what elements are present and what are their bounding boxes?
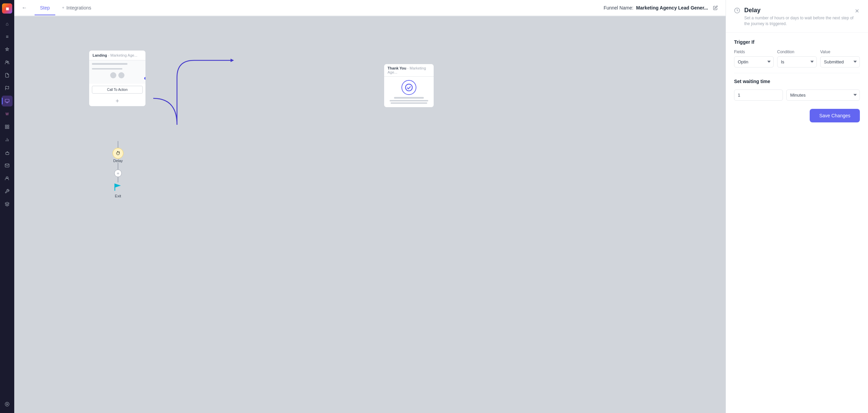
svg-point-20: [406, 84, 412, 91]
canvas: Landing - Marketing Age... Call To Actio…: [14, 16, 726, 413]
svg-rect-3: [5, 99, 9, 102]
sidebar-icon-monitor[interactable]: [2, 96, 13, 106]
trigger-if-label: Trigger If: [734, 39, 860, 45]
landing-node-title: Landing - Marketing Age...: [89, 51, 145, 60]
sidebar-icon-funnel[interactable]: ≡: [2, 31, 13, 42]
fields-select[interactable]: Optin Email Name: [734, 56, 774, 67]
panel-subtitle: Set a number of hours or days to wait be…: [744, 15, 854, 27]
funnel-name: Funnel Name: Marketing Agency Lead Gener…: [604, 3, 720, 13]
svg-point-1: [7, 61, 9, 63]
right-panel: Delay Set a number of hours or days to w…: [726, 0, 868, 413]
tab-integrations[interactable]: + Integrations: [57, 1, 97, 15]
fields-label: Fields: [734, 50, 774, 54]
trigger-form-grid: Fields Optin Email Name Condition Is Is …: [734, 50, 860, 67]
panel-title: Delay: [744, 7, 854, 14]
svg-marker-15: [5, 202, 9, 204]
value-column: Value Submitted Not Submitted Pending: [820, 50, 860, 67]
value-select[interactable]: Submitted Not Submitted Pending: [820, 56, 860, 67]
divider: [734, 73, 860, 73]
sidebar-icon-flag[interactable]: [2, 83, 13, 94]
topbar: ← Step + Integrations Funnel Name: Marke…: [14, 0, 726, 16]
sidebar-icon-person[interactable]: [2, 173, 13, 184]
value-label: Value: [820, 50, 860, 54]
add-step-button[interactable]: +: [89, 96, 145, 106]
waiting-time-row: Minutes Hours Days: [734, 90, 860, 101]
check-icon: [401, 80, 416, 95]
sidebar-icon-document[interactable]: [2, 70, 13, 81]
svg-point-0: [6, 61, 7, 62]
condition-column: Condition Is Is Not Contains: [777, 50, 817, 67]
landing-node: Landing - Marketing Age... Call To Actio…: [89, 50, 146, 106]
delay-section: ⏱ Delay + Exit: [113, 141, 123, 198]
sidebar-icon-play[interactable]: [2, 399, 13, 410]
svg-point-16: [5, 402, 9, 406]
condition-label: Condition: [777, 50, 817, 54]
clock-icon: [734, 7, 741, 14]
cta-button: Call To Action: [92, 86, 143, 94]
svg-rect-6: [5, 125, 7, 126]
svg-rect-9: [7, 127, 9, 129]
edit-funnel-name-button[interactable]: [711, 3, 720, 13]
panel-body: Trigger If Fields Optin Email Name Condi…: [726, 33, 868, 129]
sidebar-icon-puzzle[interactable]: [2, 147, 13, 158]
sidebar-icon-people[interactable]: [2, 57, 13, 68]
sidebar-icon-home[interactable]: ⌂: [2, 18, 13, 29]
thankyou-node-title: Thank You - Marketing Age...: [384, 64, 434, 77]
sidebar-icon-wrench[interactable]: [2, 186, 13, 197]
funnel-name-value: Marketing Agency Lead Gener...: [636, 5, 708, 11]
sidebar-icon-stats[interactable]: [2, 134, 13, 145]
delay-label: Delay: [113, 159, 123, 163]
delay-icon: ⏱: [113, 148, 123, 159]
waiting-time-input[interactable]: [734, 90, 783, 101]
sidebar-icon-woo[interactable]: W: [2, 109, 13, 119]
add-after-delay-button[interactable]: +: [114, 170, 122, 177]
panel-close-button[interactable]: ✕: [854, 7, 860, 15]
fields-column: Fields Optin Email Name: [734, 50, 774, 67]
svg-marker-18: [231, 59, 234, 62]
svg-rect-8: [5, 127, 7, 129]
topbar-nav: Step + Integrations: [35, 1, 97, 15]
tab-step[interactable]: Step: [35, 1, 55, 15]
sidebar: ▦ ⌂ ≡ W: [0, 0, 14, 413]
exit-icon: [113, 182, 123, 193]
exit-label: Exit: [115, 194, 121, 198]
condition-select[interactable]: Is Is Not Contains: [777, 56, 817, 67]
sidebar-icon-envelope[interactable]: [2, 160, 13, 171]
funnel-label: Funnel Name:: [604, 5, 633, 11]
sidebar-icon-pin[interactable]: [2, 44, 13, 55]
connector-dot: [143, 76, 146, 80]
sidebar-logo: ▦: [2, 3, 12, 14]
svg-marker-17: [7, 404, 8, 405]
main-area: ← Step + Integrations Funnel Name: Marke…: [14, 0, 726, 413]
save-changes-button[interactable]: Save Changes: [810, 109, 860, 122]
back-button[interactable]: ←: [20, 3, 29, 13]
sidebar-icon-layers[interactable]: [2, 199, 13, 210]
waiting-time-label: Set waiting time: [734, 79, 860, 84]
panel-header: Delay Set a number of hours or days to w…: [726, 0, 868, 33]
svg-rect-7: [7, 125, 9, 126]
sidebar-icon-grid[interactable]: [2, 121, 13, 132]
waiting-unit-select[interactable]: Minutes Hours Days: [786, 90, 860, 101]
